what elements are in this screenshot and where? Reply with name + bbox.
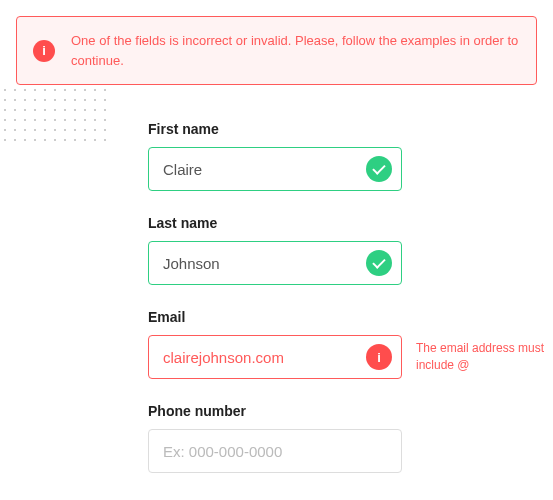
phone-input[interactable] — [148, 429, 402, 473]
first-name-field: First name — [148, 121, 553, 191]
email-input[interactable] — [148, 335, 402, 379]
phone-field: Phone number — [148, 403, 553, 473]
alert-message: One of the fields is incorrect or invali… — [71, 31, 520, 70]
check-icon — [366, 156, 392, 182]
info-icon: i — [33, 40, 55, 62]
error-alert: i One of the fields is incorrect or inva… — [16, 16, 537, 85]
email-hint: The email address must include @ — [416, 340, 546, 374]
last-name-field: Last name — [148, 215, 553, 285]
form: First name Last name Email i The email a… — [148, 121, 553, 473]
check-icon — [366, 250, 392, 276]
last-name-label: Last name — [148, 215, 553, 231]
decorative-dots — [0, 85, 110, 145]
first-name-input[interactable] — [148, 147, 402, 191]
last-name-input[interactable] — [148, 241, 402, 285]
first-name-label: First name — [148, 121, 553, 137]
info-icon: i — [366, 344, 392, 370]
email-field: Email i The email address must include @ — [148, 309, 553, 379]
email-label: Email — [148, 309, 553, 325]
phone-label: Phone number — [148, 403, 553, 419]
